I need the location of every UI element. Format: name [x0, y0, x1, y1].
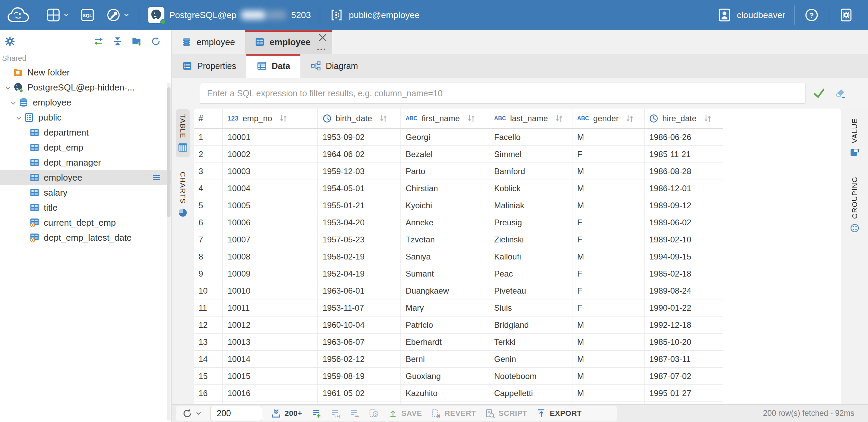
cell-emp_no[interactable]: 10016 [223, 385, 318, 402]
sidebar-settings-icon[interactable] [4, 36, 16, 47]
expander-chevron-icon[interactable] [15, 114, 24, 121]
tools-button[interactable] [100, 0, 135, 30]
row-number-cell[interactable]: 16 [194, 385, 223, 402]
cell-emp_no[interactable]: 10006 [223, 214, 318, 231]
cell-gender[interactable]: M [572, 129, 645, 146]
cell-gender[interactable]: F [572, 265, 645, 282]
cell-last_name[interactable]: Preusig [489, 214, 572, 231]
revert-button[interactable]: REVERT [431, 408, 476, 419]
cell-first_name[interactable]: Duangkaew [401, 282, 489, 299]
cell-gender[interactable]: M [572, 334, 645, 351]
cell-first_name[interactable]: Saniya [401, 248, 489, 265]
column-header-birth_date[interactable]: birth_date [318, 109, 401, 129]
cell-gender[interactable]: F [572, 231, 645, 248]
refresh-tree-icon[interactable] [151, 36, 161, 46]
row-number-cell[interactable]: 8 [194, 248, 223, 265]
cell-hire_date[interactable]: 1986-12-01 [645, 180, 723, 197]
cell-first_name[interactable]: Berni [401, 351, 489, 368]
tree-item-salary[interactable]: salary [0, 185, 171, 200]
cell-birth_date[interactable]: 1963-06-01 [318, 282, 401, 299]
cell-birth_date[interactable]: 1956-02-12 [318, 351, 401, 368]
cell-hire_date[interactable]: 1989-02-10 [645, 231, 723, 248]
cell-first_name[interactable]: Kazuhito [401, 385, 489, 402]
row-number-cell[interactable]: 10 [194, 282, 223, 299]
sort-icon[interactable] [625, 113, 635, 124]
settings-button[interactable] [833, 0, 859, 30]
add-row-button[interactable] [311, 408, 322, 419]
tree-item-dept_emp[interactable]: dept_emp [0, 140, 171, 155]
cell-first_name[interactable]: Guoxiang [401, 368, 489, 385]
user-menu[interactable]: cloudbeaver [712, 8, 790, 23]
cell-emp_no[interactable]: 10012 [223, 316, 318, 334]
cell-emp_no[interactable]: 10010 [223, 282, 318, 299]
cell-first_name[interactable]: Tzvetan [401, 231, 489, 248]
cell-first_name[interactable]: Anneke [401, 214, 489, 231]
vertical-tab-table[interactable]: TABLE [176, 109, 190, 157]
cell-hire_date[interactable]: 1989-06-02 [645, 214, 723, 231]
column-header-first_name[interactable]: ABCfirst_name [401, 109, 489, 129]
cell-gender[interactable]: M [572, 368, 645, 385]
cell-first_name[interactable]: Eberhardt [401, 334, 489, 351]
vertical-tab-grouping[interactable]: GROUPING [848, 172, 862, 238]
row-number-cell[interactable]: 9 [194, 265, 223, 282]
cell-hire_date[interactable]: 1987-07-02 [645, 368, 723, 385]
cell-gender[interactable]: M [572, 163, 645, 180]
cell-last_name[interactable]: Simmel [489, 146, 572, 163]
cell-last_name[interactable]: Zielinski [489, 231, 572, 248]
script-button[interactable]: SCRIPT [485, 408, 527, 419]
tab-menu-icon[interactable] [316, 43, 326, 53]
cell-emp_no[interactable]: 10003 [223, 163, 318, 180]
cell-hire_date[interactable]: 1992-12-18 [645, 316, 723, 334]
cell-gender[interactable]: F [572, 282, 645, 299]
row-number-cell[interactable]: 12 [194, 316, 223, 334]
cell-hire_date[interactable]: 1985-10-20 [645, 334, 723, 351]
link-with-editor-icon[interactable] [93, 36, 104, 46]
duplicate-row-button[interactable]: (+) [330, 408, 341, 419]
cell-emp_no[interactable]: 10004 [223, 180, 318, 197]
collapse-all-icon[interactable] [112, 36, 123, 46]
cell-emp_no[interactable]: 10002 [223, 146, 318, 163]
column-header-emp_no[interactable]: 123emp_no [223, 109, 318, 129]
cell-last_name[interactable]: Facello [489, 129, 572, 146]
sort-icon[interactable] [466, 113, 476, 124]
cell-birth_date[interactable]: 1958-02-19 [318, 248, 401, 265]
sort-icon[interactable] [554, 113, 564, 124]
cell-gender[interactable]: M [572, 180, 645, 197]
expander-chevron-icon[interactable] [10, 99, 18, 106]
cell-hire_date[interactable]: 1985-11-21 [645, 146, 723, 163]
cell-first_name[interactable]: Kyoichi [401, 197, 489, 214]
cell-birth_date[interactable]: 1959-08-19 [318, 368, 401, 385]
row-number-cell[interactable]: 7 [194, 231, 223, 248]
cell-hire_date[interactable]: 1987-03-11 [645, 351, 723, 368]
cell-first_name[interactable]: Chirstian [401, 180, 489, 197]
cell-last_name[interactable]: Nooteboom [489, 368, 572, 385]
cell-hire_date[interactable]: 1994-09-15 [645, 248, 723, 265]
cell-emp_no[interactable]: 10008 [223, 248, 318, 265]
close-tab-icon[interactable] [317, 32, 328, 43]
tree-item-Newfolder[interactable]: New folder [0, 65, 171, 80]
cell-gender[interactable]: F [572, 146, 645, 163]
cell-birth_date[interactable]: 1952-04-19 [318, 265, 401, 282]
cell-emp_no[interactable]: 10007 [223, 231, 318, 248]
tree-item-current_dept_emp[interactable]: current_dept_emp [0, 215, 171, 230]
cell-last_name[interactable]: Cappelletti [489, 385, 572, 402]
cell-hire_date[interactable]: 1985-02-18 [645, 265, 723, 282]
revert-cell-button[interactable] [369, 408, 379, 419]
cell-first_name[interactable]: Bezalel [401, 146, 489, 163]
cell-last_name[interactable]: Kalloufi [489, 248, 572, 265]
cell-birth_date[interactable]: 1963-06-07 [318, 334, 401, 351]
sidebar-scrollbar[interactable] [167, 83, 171, 421]
cell-first_name[interactable]: Sumant [401, 265, 489, 282]
cell-birth_date[interactable]: 1953-11-07 [318, 299, 401, 316]
cell-emp_no[interactable]: 10001 [223, 129, 318, 146]
row-number-cell[interactable]: 15 [194, 368, 223, 385]
column-header-gender[interactable]: ABCgender [572, 109, 645, 129]
new-connection-button[interactable] [40, 0, 74, 30]
cell-birth_date[interactable]: 1960-10-04 [318, 316, 401, 334]
item-menu-icon[interactable] [151, 172, 162, 183]
row-number-cell[interactable]: 4 [194, 180, 223, 197]
cell-emp_no[interactable]: 10014 [223, 351, 318, 368]
cell-first_name[interactable]: Mary [401, 299, 489, 316]
cell-emp_no[interactable]: 10013 [223, 334, 318, 351]
cell-emp_no[interactable]: 10015 [223, 368, 318, 385]
